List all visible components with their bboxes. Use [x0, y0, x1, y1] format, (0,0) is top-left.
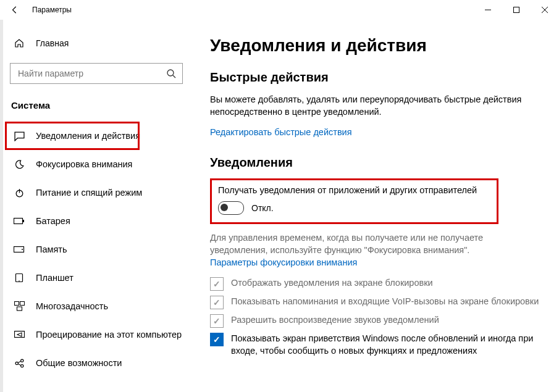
- search-box[interactable]: [10, 63, 183, 84]
- search-input[interactable]: [17, 68, 166, 79]
- checkbox-label: Разрешить воспроизведение звуков уведомл…: [231, 314, 439, 327]
- check-welcome-screen: Показывать экран приветствия Windows пос…: [210, 333, 542, 357]
- nav-item-multitasking[interactable]: Многозадачность: [0, 292, 193, 320]
- nav-label: Многозадачность: [36, 301, 108, 311]
- svg-line-19: [18, 361, 20, 362]
- svg-point-11: [19, 280, 20, 281]
- svg-line-3: [173, 75, 175, 78]
- checkbox-list: Отображать уведомления на экране блокиро…: [210, 277, 542, 357]
- project-icon: [14, 329, 25, 340]
- nav-item-battery[interactable]: Батарея: [0, 207, 193, 235]
- storage-icon: [14, 244, 25, 255]
- multitask-icon: [14, 301, 25, 312]
- toggle-row: Откл.: [218, 201, 488, 215]
- check-voip-reminders: Показывать напоминания и входящие VoIP-в…: [210, 296, 542, 309]
- maximize-icon: [513, 7, 519, 13]
- svg-rect-12: [14, 302, 19, 306]
- nav-item-focus-assist[interactable]: Фокусировка внимания: [0, 150, 193, 178]
- category-label: Система: [11, 100, 193, 111]
- checkbox[interactable]: [210, 314, 224, 328]
- notifications-heading: Уведомления: [210, 156, 542, 170]
- svg-rect-14: [17, 307, 22, 311]
- search-icon: [166, 69, 176, 78]
- quick-actions-heading: Быстрые действия: [210, 70, 542, 85]
- checkbox[interactable]: [210, 277, 224, 291]
- svg-rect-13: [20, 302, 24, 306]
- share-icon: [14, 357, 25, 369]
- nav-item-projecting[interactable]: Проецирование на этот компьютер: [0, 320, 193, 349]
- highlight-notifications-toggle: Получать уведомления от приложений и дру…: [210, 178, 498, 224]
- nav-item-shared-experiences[interactable]: Общие возможности: [0, 349, 193, 377]
- focus-assist-settings-link[interactable]: Параметры фокусировки внимания: [210, 257, 542, 267]
- nav-item-notifications[interactable]: Уведомления и действия: [0, 122, 193, 150]
- close-button[interactable]: [531, 0, 559, 20]
- nav: Уведомления и действия Фокусировка внима…: [0, 122, 193, 377]
- svg-rect-1: [514, 7, 519, 13]
- notifications-toggle[interactable]: [218, 201, 244, 215]
- svg-point-9: [22, 249, 23, 250]
- notifications-toggle-label: Получать уведомления от приложений и дру…: [218, 185, 488, 195]
- svg-rect-6: [14, 219, 23, 224]
- nav-label: Планшет: [36, 273, 74, 283]
- focus-assist-desc: Для управления временем, когда вы получа…: [210, 231, 542, 257]
- svg-point-17: [20, 359, 23, 362]
- window-controls: [474, 0, 559, 20]
- svg-point-2: [167, 70, 174, 76]
- nav-label: Фокусировка внимания: [36, 159, 132, 169]
- minimize-icon: [485, 7, 491, 13]
- settings-window: Параметры Главная: [0, 0, 559, 392]
- nav-item-storage[interactable]: Память: [0, 235, 193, 264]
- maximize-button[interactable]: [502, 0, 531, 20]
- checkbox-label: Отображать уведомления на экране блокиро…: [231, 277, 433, 290]
- window-title: Параметры: [25, 6, 72, 14]
- check-notification-sounds: Разрешить воспроизведение звуков уведомл…: [210, 314, 542, 328]
- nav-label: Питание и спящий режим: [36, 188, 142, 198]
- sidebar: Главная Система Уведомления и действия: [0, 20, 193, 392]
- nav-label: Батарея: [36, 216, 70, 226]
- checkbox-label: Показывать экран приветствия Windows пос…: [231, 333, 542, 357]
- svg-rect-15: [14, 332, 24, 338]
- titlebar: Параметры: [0, 0, 559, 20]
- tablet-icon: [14, 272, 25, 283]
- nav-item-tablet[interactable]: Планшет: [0, 264, 193, 292]
- checkbox-label: Показывать напоминания и входящие VoIP-в…: [231, 296, 539, 308]
- svg-line-20: [18, 364, 20, 365]
- checkbox[interactable]: [210, 296, 224, 309]
- body: Главная Система Уведомления и действия: [0, 20, 559, 392]
- nav-item-power-sleep[interactable]: Питание и спящий режим: [0, 178, 193, 207]
- arrow-left-icon: [11, 6, 19, 14]
- quick-actions-desc: Вы можете добавлять, удалять или переупо…: [210, 93, 542, 119]
- checkbox[interactable]: [210, 333, 224, 346]
- nav-label: Общие возможности: [36, 358, 122, 368]
- minimize-button[interactable]: [474, 0, 502, 20]
- moon-icon: [14, 159, 25, 170]
- back-button[interactable]: [5, 0, 25, 20]
- battery-icon: [14, 215, 25, 227]
- content: Уведомления и действия Быстрые действия …: [193, 20, 559, 392]
- svg-rect-7: [23, 220, 24, 222]
- check-lockscreen-notifications: Отображать уведомления на экране блокиро…: [210, 277, 542, 291]
- svg-point-18: [20, 364, 23, 367]
- svg-point-16: [15, 362, 18, 364]
- home-button[interactable]: Главная: [0, 32, 193, 54]
- toggle-state-text: Откл.: [251, 203, 274, 213]
- home-label: Главная: [36, 38, 69, 48]
- power-icon: [14, 187, 25, 198]
- close-icon: [542, 7, 548, 13]
- edit-quick-actions-link[interactable]: Редактировать быстрые действия: [210, 127, 542, 137]
- nav-label: Проецирование на этот компьютер: [36, 330, 182, 340]
- home-icon: [14, 38, 25, 48]
- page-title: Уведомления и действия: [210, 36, 542, 56]
- nav-label: Уведомления и действия: [36, 131, 140, 141]
- message-icon: [14, 130, 25, 141]
- nav-label: Память: [36, 244, 67, 254]
